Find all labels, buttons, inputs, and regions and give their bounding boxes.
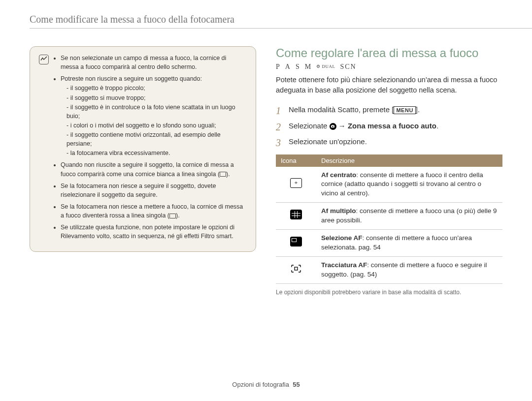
table-row: Af multiplo: consente di mettere a fuoco… xyxy=(276,203,502,230)
row-name: Af multiplo xyxy=(321,207,356,215)
info-item: Se la fotocamera non riesce a mettere a … xyxy=(61,202,245,220)
svg-point-2 xyxy=(332,126,333,127)
step-text: → xyxy=(336,122,348,130)
page-body: Se non selezionate un campo di messa a f… xyxy=(0,29,532,296)
table-row: Af centrato: consente di mettere a fuoco… xyxy=(276,167,502,203)
info-subitem: i colori o i motivi del soggetto e lo sf… xyxy=(66,121,245,130)
step-bold: Zona messa a fuoco auto xyxy=(348,122,436,130)
info-item: Potreste non riuscire a seguire un sogge… xyxy=(61,74,245,157)
mode-dual: DUAL xyxy=(316,64,335,69)
mode-m: M xyxy=(305,63,311,71)
info-item-text: Potreste non riuscire a seguire un sogge… xyxy=(61,75,202,82)
af-multi-icon xyxy=(290,210,302,219)
camera-icon xyxy=(330,123,336,130)
row-name: Selezione AF xyxy=(321,234,363,242)
page-header: Come modificare la messa a fuoco della f… xyxy=(30,14,532,29)
step-text: Selezionate xyxy=(289,122,330,130)
steps-list: Nella modalità Scatto, premete [MENU]. S… xyxy=(276,104,502,148)
mode-a: A xyxy=(285,63,291,71)
info-item-text: Quando non riuscite a seguire il soggett… xyxy=(61,161,234,177)
col-icon: Icona xyxy=(276,154,316,167)
mode-row: P A S M DUAL SCN xyxy=(276,63,502,71)
section-lead: Potete ottenere foto più chiare selezion… xyxy=(276,75,502,95)
col-desc: Descrizione xyxy=(316,154,502,167)
info-subitem: il soggetto contiene motivi orizzontali,… xyxy=(66,130,245,148)
info-sublist: il soggetto è troppo piccolo; il soggett… xyxy=(61,84,245,157)
info-item: Quando non riuscite a seguire il soggett… xyxy=(61,160,245,178)
mode-scn: SCN xyxy=(340,63,356,71)
step-text: ]. xyxy=(416,105,420,114)
af-selection-icon xyxy=(290,237,302,247)
info-item: Se la fotocamera non riesce a seguire il… xyxy=(61,182,245,199)
info-subitem: il soggetto è in controluce o la foto vi… xyxy=(66,103,245,121)
svg-rect-3 xyxy=(295,267,298,270)
info-box: Se non selezionate un campo di messa a f… xyxy=(30,46,256,252)
row-name: Tracciatura AF xyxy=(321,261,367,269)
svg-rect-1 xyxy=(332,125,333,125)
table-row: Tracciatura AF: consente di mettere a fu… xyxy=(276,256,502,283)
info-subitem: il soggetto è troppo piccolo; xyxy=(66,84,245,93)
mode-s: S xyxy=(296,63,300,71)
step-3: Selezionate un'opzione. xyxy=(276,136,502,148)
info-item-text: ). xyxy=(176,212,180,219)
info-item-text: ). xyxy=(226,171,230,178)
left-column: Se non selezionate un campo di messa a f… xyxy=(30,46,256,296)
right-column: Come regolare l'area di messa a fuoco P … xyxy=(276,46,502,296)
footer-page-number: 55 xyxy=(293,381,299,388)
step-2: Selezionate → Zona messa a fuoco auto. xyxy=(276,121,502,132)
info-subitem: la fotocamera vibra eccessivamente. xyxy=(66,149,245,157)
footer-section: Opzioni di fotografia xyxy=(232,381,289,388)
af-center-icon xyxy=(290,178,302,188)
frame-icon xyxy=(220,172,226,177)
step-text: Nella modalità Scatto, premete [ xyxy=(289,105,394,114)
info-item-text: Se la fotocamera non riesce a mettere a … xyxy=(61,203,243,219)
info-list: Se non selezionate un campo di messa a f… xyxy=(54,54,245,244)
mode-p: P xyxy=(276,63,280,71)
page-footer: Opzioni di fotografia 55 xyxy=(0,381,532,388)
table-row: Selezione AF: consente di mettere a fuoc… xyxy=(276,229,502,256)
af-tracking-icon xyxy=(291,264,301,273)
step-1: Nella modalità Scatto, premete [MENU]. xyxy=(276,104,502,116)
step-text: . xyxy=(436,122,438,130)
info-subitem: il soggetto si muove troppo; xyxy=(66,93,245,102)
menu-key-icon: MENU xyxy=(394,106,415,114)
frame-icon xyxy=(169,214,176,218)
options-table: Icona Descrizione Af centrato: consente … xyxy=(276,154,502,284)
info-item: Se utilizzate questa funzione, non potet… xyxy=(61,223,245,241)
row-name: Af centrato xyxy=(321,171,356,179)
info-item: Se non selezionate un campo di messa a f… xyxy=(61,54,245,71)
info-badge-icon xyxy=(39,55,49,64)
section-title: Come regolare l'area di messa a fuoco xyxy=(276,46,502,60)
table-footnote: Le opzioni disponibili potrebbero variar… xyxy=(276,289,502,296)
